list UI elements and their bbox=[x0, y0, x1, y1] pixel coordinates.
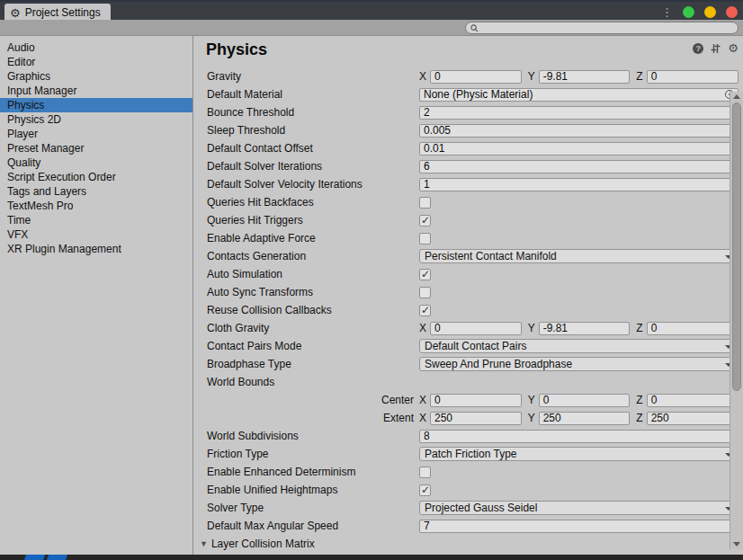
scroll-up-icon[interactable] bbox=[733, 94, 740, 99]
number-field[interactable]: 0 bbox=[647, 394, 739, 407]
foldout-header[interactable]: ▼Layer Collision Matrix bbox=[193, 538, 419, 550]
number-field[interactable]: 0 bbox=[539, 394, 631, 407]
checkbox[interactable] bbox=[419, 287, 431, 298]
setting-control: Sweep And Prune Broadphase bbox=[419, 357, 739, 371]
sidebar-item-player[interactable]: Player bbox=[0, 127, 192, 141]
axis-label: Z bbox=[636, 70, 642, 83]
setting-control: ✓ bbox=[419, 484, 739, 496]
help-icon[interactable]: ? bbox=[693, 43, 703, 54]
setting-label: Contact Pairs Mode bbox=[193, 340, 419, 352]
number-field[interactable]: -9.81 bbox=[539, 322, 631, 335]
settings-gear-icon: ⚙ bbox=[10, 7, 21, 19]
text-field[interactable]: 6 bbox=[419, 160, 739, 173]
setting-control: X0Y-9.81Z0 bbox=[419, 70, 739, 84]
sidebar-item-preset-manager[interactable]: Preset Manager bbox=[0, 141, 192, 156]
scroll-down-icon[interactable] bbox=[733, 542, 740, 547]
dropdown-field[interactable]: Default Contact Pairs bbox=[419, 339, 739, 353]
scrollbar-thumb[interactable] bbox=[732, 102, 741, 391]
text-field[interactable]: 2 bbox=[419, 106, 739, 120]
text-field[interactable]: 7 bbox=[419, 520, 739, 533]
sidebar-item-audio[interactable]: Audio bbox=[0, 40, 192, 55]
sidebar-item-vfx[interactable]: VFX bbox=[0, 227, 192, 242]
settings-row: Default Solver Iterations6 bbox=[193, 157, 743, 175]
tab-project-settings[interactable]: ⚙ Project Settings bbox=[4, 4, 111, 22]
text-field[interactable]: 1 bbox=[419, 178, 739, 191]
text-field[interactable]: 0.01 bbox=[419, 142, 739, 156]
checkbox[interactable]: ✓ bbox=[419, 305, 431, 316]
axis-label: X bbox=[419, 70, 426, 83]
number-field[interactable]: 250 bbox=[539, 412, 631, 425]
dropdown-field[interactable]: Projected Gauss Seidel bbox=[419, 501, 739, 515]
field-value: 0 bbox=[651, 322, 658, 334]
setting-control: ✓ bbox=[419, 215, 739, 227]
checkbox[interactable] bbox=[419, 197, 431, 209]
settings-row: Queries Hit Backfaces bbox=[193, 193, 743, 211]
settings-row: Auto Sync Transforms bbox=[193, 283, 743, 301]
menu-dots-icon[interactable]: ⋮ bbox=[661, 6, 673, 18]
traffic-light-green[interactable] bbox=[683, 6, 694, 18]
settings-row: Reuse Collision Callbacks✓ bbox=[193, 301, 743, 319]
sidebar-item-physics[interactable]: Physics bbox=[0, 98, 192, 112]
search-box[interactable] bbox=[465, 22, 739, 34]
panel-gear-icon[interactable]: ⚙ bbox=[728, 42, 739, 54]
checkbox[interactable] bbox=[419, 467, 431, 478]
presets-icon[interactable] bbox=[710, 43, 721, 54]
field-value: 8 bbox=[424, 431, 430, 442]
number-field[interactable]: 250 bbox=[430, 412, 522, 425]
dropdown-field[interactable]: Patch Friction Type bbox=[419, 447, 739, 461]
setting-control: 1 bbox=[419, 178, 739, 191]
checkbox[interactable]: ✓ bbox=[419, 269, 431, 280]
settings-row: Enable Unified Heightmaps✓ bbox=[193, 481, 743, 499]
sidebar-item-tags-and-layers[interactable]: Tags and Layers bbox=[0, 184, 192, 199]
text-field[interactable]: 8 bbox=[419, 430, 739, 443]
sidebar-item-quality[interactable]: Quality bbox=[0, 156, 192, 170]
setting-control: ✓ bbox=[419, 269, 739, 280]
sidebar-item-xr-plugin-management[interactable]: XR Plugin Management bbox=[0, 242, 192, 256]
checkbox[interactable]: ✓ bbox=[419, 484, 431, 496]
dropdown-field[interactable]: Persistent Contact Manifold bbox=[419, 249, 739, 263]
field-value: None (Physic Material) bbox=[424, 89, 533, 101]
number-field[interactable]: 0 bbox=[430, 394, 522, 407]
field-value: 250 bbox=[543, 412, 561, 424]
content-area: AudioEditorGraphicsInput ManagerPhysicsP… bbox=[0, 36, 743, 555]
setting-label: Queries Hit Backfaces bbox=[193, 196, 419, 209]
setting-control: 6 bbox=[419, 160, 739, 173]
search-input[interactable] bbox=[481, 22, 733, 33]
sidebar-item-input-manager[interactable]: Input Manager bbox=[0, 84, 192, 98]
setting-label: Auto Simulation bbox=[193, 268, 419, 280]
number-field[interactable]: 250 bbox=[647, 412, 739, 425]
setting-control: ✓ bbox=[419, 305, 739, 316]
checkbox[interactable]: ✓ bbox=[419, 215, 431, 227]
sidebar-item-script-execution-order[interactable]: Script Execution Order bbox=[0, 170, 192, 184]
number-field[interactable]: 0 bbox=[430, 322, 522, 335]
number-field[interactable]: 0 bbox=[647, 322, 739, 335]
setting-control: 8 bbox=[419, 430, 739, 443]
number-field[interactable]: -9.81 bbox=[539, 70, 631, 84]
vector-axis: Y-9.81 bbox=[528, 322, 631, 335]
text-field[interactable]: 0.005 bbox=[419, 124, 739, 138]
traffic-light-red[interactable] bbox=[726, 6, 738, 18]
field-value: 2 bbox=[424, 107, 430, 119]
settings-row: Enable Enhanced Determinism bbox=[193, 463, 743, 481]
number-field[interactable]: 0 bbox=[430, 70, 522, 84]
setting-label: Default Solver Velocity Iterations bbox=[193, 178, 419, 191]
sidebar-item-time[interactable]: Time bbox=[0, 213, 192, 227]
window-controls: ⋮ bbox=[661, 4, 738, 20]
setting-label: Sleep Threshold bbox=[193, 124, 419, 137]
checkbox[interactable] bbox=[419, 233, 431, 244]
setting-label: Default Solver Iterations bbox=[193, 160, 419, 173]
sidebar-item-physics-2d[interactable]: Physics 2D bbox=[0, 112, 192, 127]
traffic-light-yellow[interactable] bbox=[704, 6, 716, 18]
sidebar-item-editor[interactable]: Editor bbox=[0, 55, 192, 69]
setting-control bbox=[419, 233, 739, 244]
object-field[interactable]: None (Physic Material) bbox=[419, 88, 739, 102]
sidebar-item-graphics[interactable]: Graphics bbox=[0, 69, 192, 84]
setting-control bbox=[419, 467, 739, 478]
dropdown-field[interactable]: Sweep And Prune Broadphase bbox=[419, 357, 739, 371]
settings-row: Sleep Threshold0.005 bbox=[193, 121, 743, 139]
number-field[interactable]: 0 bbox=[647, 70, 739, 84]
sidebar-item-textmesh-pro[interactable]: TextMesh Pro bbox=[0, 199, 192, 213]
axis-label: Y bbox=[528, 412, 535, 424]
vector-axis: Z0 bbox=[636, 70, 739, 84]
vector-axis: Z0 bbox=[636, 394, 739, 407]
